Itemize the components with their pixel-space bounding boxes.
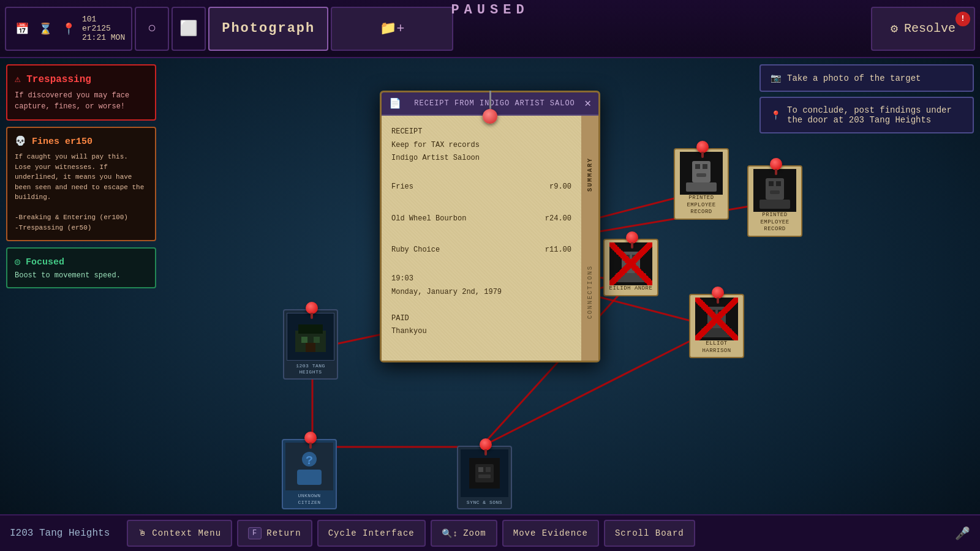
elliot-label: Elliot Harrison: [693, 340, 741, 354]
sync-label: Sync & Sons: [467, 500, 502, 506]
cycle-interface-button[interactable]: Cycle Interface: [317, 520, 426, 547]
receipt-tab-connections[interactable]: CONNECTIONS: [584, 260, 596, 324]
context-menu-button[interactable]: 🖱 Context Menu: [127, 520, 232, 547]
receipt-paper: RECEIPT Keep for TAX records Indigo Arti…: [382, 116, 581, 361]
location-pin: [306, 302, 318, 314]
receipt-thanks: Thankyou: [391, 325, 571, 339]
receipt-doc-icon: 📄: [389, 97, 401, 110]
stat-values: 101 er2125 21:21 MON: [82, 15, 125, 42]
svg-rect-19: [696, 173, 706, 177]
context-menu-label: Context Menu: [152, 528, 221, 538]
receipt-header1: RECEIPT: [391, 126, 571, 139]
evidence1-pin: [696, 141, 709, 153]
location-card[interactable]: 1203 Tang Heights: [283, 309, 338, 380]
microphone-icon: 🎤: [955, 526, 970, 541]
evidence1-photo: [680, 152, 723, 195]
receipt-tabs: SUMMARY CONNECTIONS: [581, 116, 598, 361]
zoom-icon: 🔍↕: [442, 528, 458, 539]
initiative-value: 101: [82, 15, 125, 24]
receipt-drag-handle[interactable]: [483, 91, 497, 124]
resolve-button[interactable]: ⚙ Resolve !: [871, 7, 975, 51]
sync-pin: [480, 438, 492, 451]
take-photo-hint: 📷 Take a photo of the target: [760, 64, 974, 92]
eilidh-photo: [609, 242, 652, 285]
svg-rect-35: [710, 310, 715, 315]
camera-icon: 📷: [771, 73, 781, 83]
take-photo-text: Take a photo of the target: [787, 73, 921, 83]
evidence-card-2[interactable]: Printed Employee Record: [747, 165, 802, 237]
location-photo: [287, 313, 334, 361]
svg-rect-18: [703, 164, 707, 169]
elliot-photo: [695, 298, 738, 340]
receipt-time: 19:03: [391, 272, 571, 286]
svg-rect-32: [616, 273, 646, 282]
unknown-label: Unknown Citizen: [285, 493, 333, 506]
svg-rect-14: [306, 343, 315, 352]
receipt-header2: Keep for TAX records: [391, 139, 571, 152]
trespassing-body: If discovered you may face capture, fine…: [15, 90, 148, 112]
calendar-icon: 📅: [12, 19, 32, 39]
move-evidence-button[interactable]: Move Evidence: [502, 520, 599, 547]
receipt-item-bourbon: Old Wheel Bourbon r24.00: [391, 212, 571, 226]
map-icon: 📍: [59, 19, 78, 39]
evidence2-label: Printed Employee Record: [751, 212, 799, 233]
cycle-interface-label: Cycle Interface: [328, 528, 415, 538]
alert-badge: !: [956, 12, 970, 26]
svg-rect-29: [625, 255, 630, 260]
svg-rect-44: [478, 467, 483, 472]
receipt-tab-summary[interactable]: SUMMARY: [584, 152, 596, 197]
photograph-button[interactable]: Photograph: [208, 7, 328, 51]
sync-sons-card[interactable]: Sync & Sons: [457, 446, 512, 509]
top-bar: PAUSED 📅 ⌛ 📍 101 er2125 21:21 MON ○ ⬜ Ph…: [0, 0, 980, 58]
folder-button[interactable]: 📁+: [331, 7, 453, 51]
unknown-pin: [304, 432, 317, 444]
fines-title: 💀 Fines er150: [15, 135, 148, 147]
evidence1-label: Printed Employee Record: [677, 195, 725, 216]
location-pin-icon: 📍: [771, 110, 781, 121]
resolve-label: Resolve: [904, 21, 956, 36]
svg-rect-43: [475, 464, 494, 482]
scroll-board-button[interactable]: Scroll Board: [604, 520, 695, 547]
sync-photo: [461, 449, 508, 497]
svg-rect-17: [695, 164, 700, 169]
svg-rect-30: [632, 255, 637, 260]
receipt-item-fries: Fries r9.00: [391, 181, 571, 194]
square-tool-button[interactable]: ⬜: [172, 7, 206, 51]
svg-rect-11: [298, 324, 323, 334]
zoom-label: Zoom: [463, 528, 486, 538]
left-panel: ⚠ Trespassing If discovered you may face…: [6, 64, 156, 288]
return-button[interactable]: F Return: [237, 520, 312, 547]
current-location: I203 Tang Heights: [10, 528, 110, 539]
svg-rect-37: [712, 319, 722, 323]
svg-rect-23: [769, 181, 774, 186]
focused-body: Boost to movement speed.: [15, 271, 148, 280]
circle-tool-button[interactable]: ○: [135, 7, 169, 51]
svg-rect-40: [297, 470, 322, 485]
resolve-icon: ⚙: [891, 21, 898, 36]
receipt-header3: Indigo Artist Saloon: [391, 152, 571, 165]
svg-rect-26: [760, 200, 790, 209]
hint-panel: 📷 Take a photo of the target 📍 To conclu…: [760, 64, 974, 133]
photograph-label: Photograph: [222, 21, 315, 36]
evidence-card-1[interactable]: Printed Employee Record: [674, 148, 729, 220]
svg-rect-24: [776, 181, 781, 186]
svg-rect-31: [626, 264, 636, 268]
context-menu-icon: 🖱: [138, 528, 147, 538]
location-label: 1203 Tang Heights: [287, 363, 334, 376]
receipt-date: Monday, January 2nd, 1979: [391, 286, 571, 299]
svg-rect-45: [486, 467, 491, 472]
evidence-card-elliot[interactable]: Elliot Harrison: [689, 294, 744, 358]
move-evidence-label: Move Evidence: [513, 528, 588, 538]
svg-rect-38: [701, 328, 732, 337]
unknown-photo: ?: [285, 443, 333, 490]
receipt-body: RECEIPT Keep for TAX records Indigo Arti…: [382, 116, 598, 361]
conclude-hint: 📍 To conclude, post findings under the d…: [760, 97, 974, 133]
receipt-close-button[interactable]: ✕: [584, 98, 591, 109]
evidence-card-eilidh[interactable]: Eilidh Andre: [603, 239, 658, 296]
focused-card: ◎ Focused Boost to movement speed.: [6, 247, 156, 288]
unknown-citizen-card[interactable]: ? Unknown Citizen: [282, 439, 337, 509]
svg-text:?: ?: [306, 454, 313, 468]
conclude-text: To conclude, post findings under the doo…: [787, 105, 963, 125]
svg-rect-46: [478, 474, 491, 478]
zoom-button[interactable]: 🔍↕ Zoom: [431, 520, 497, 547]
